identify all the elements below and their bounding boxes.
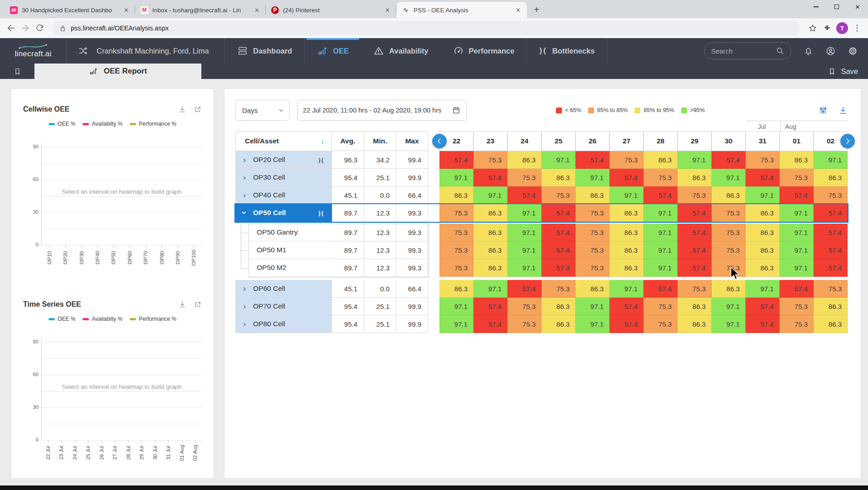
heatmap-cell[interactable]: 75.3 bbox=[780, 315, 814, 333]
browser-tab[interactable]: m30 Handpicked Excellent Dashbo✕ bbox=[5, 2, 135, 18]
heatmap-cell[interactable]: 97.1 bbox=[610, 280, 644, 298]
heatmap-cell[interactable]: 57.4 bbox=[814, 204, 848, 222]
date-column-header[interactable]: 29 bbox=[678, 131, 712, 151]
tab-close-icon[interactable]: ✕ bbox=[123, 7, 130, 14]
chart-plot-area[interactable]: Select an interval on heatmap to build g… bbox=[41, 143, 202, 245]
scroll-right-button[interactable] bbox=[840, 134, 855, 148]
heatmap-cell[interactable]: 57.4 bbox=[746, 298, 780, 315]
heatmap-cell[interactable]: 75.3 bbox=[644, 169, 678, 186]
heatmap-cell[interactable]: 57.4 bbox=[814, 259, 848, 277]
heatmap-cell[interactable]: 97.1 bbox=[712, 298, 746, 315]
filter-sliders-icon[interactable] bbox=[818, 105, 828, 115]
heatmap-cell[interactable]: 97.1 bbox=[746, 280, 780, 298]
heatmap-cell[interactable]: 75.3 bbox=[439, 259, 473, 277]
chevron-right-icon[interactable]: › bbox=[236, 172, 253, 182]
browser-tab[interactable]: P(24) Pinterest✕ bbox=[266, 2, 396, 18]
heatmap-cell[interactable]: 57.4 bbox=[439, 151, 473, 169]
row-name-cell[interactable]: OP50 M1 bbox=[249, 241, 332, 259]
heatmap-cell[interactable]: 86.3 bbox=[473, 241, 507, 259]
search-input[interactable]: Search bbox=[704, 42, 791, 59]
heatmap-cell[interactable]: 97.1 bbox=[439, 315, 473, 333]
heatmap-cell[interactable]: 57.4 bbox=[814, 224, 848, 241]
heatmap-cell[interactable]: 86.3 bbox=[541, 169, 575, 186]
heatmap-cell[interactable]: 86.3 bbox=[746, 259, 780, 277]
heatmap-cell[interactable]: 86.3 bbox=[814, 298, 848, 315]
heatmap-cell[interactable]: 86.3 bbox=[610, 259, 644, 277]
heatmap-cell[interactable]: 86.3 bbox=[541, 298, 575, 315]
heatmap-cell[interactable]: 75.3 bbox=[575, 241, 610, 259]
heatmap-cell[interactable]: 75.3 bbox=[541, 186, 575, 204]
maximize-button[interactable] bbox=[826, 0, 847, 14]
heatmap-cell[interactable]: 75.3 bbox=[814, 280, 848, 298]
chevron-right-icon[interactable]: › bbox=[236, 284, 253, 294]
download-icon[interactable] bbox=[178, 300, 186, 309]
heatmap-cell[interactable]: 97.1 bbox=[541, 151, 575, 169]
date-column-header[interactable]: 25 bbox=[541, 131, 575, 151]
heatmap-cell[interactable]: 75.3 bbox=[575, 224, 610, 241]
bookmark-list-button[interactable] bbox=[0, 64, 34, 79]
settings-gear-icon[interactable] bbox=[848, 46, 858, 56]
heatmap-cell[interactable]: 86.3 bbox=[746, 241, 780, 259]
nav-item-performance[interactable]: Performance bbox=[441, 38, 527, 64]
heatmap-cell[interactable]: 57.4 bbox=[712, 151, 746, 169]
heatmap-cell[interactable]: 75.3 bbox=[439, 204, 473, 222]
heatmap-cell[interactable]: 86.3 bbox=[507, 151, 541, 169]
chevron-right-icon[interactable]: › bbox=[236, 190, 253, 200]
row-name-cell[interactable]: ›OP30 Cell bbox=[235, 169, 332, 186]
scroll-left-button[interactable] bbox=[432, 134, 447, 148]
heatmap-cell[interactable]: 97.1 bbox=[575, 315, 610, 333]
heatmap-cell[interactable]: 75.3 bbox=[541, 280, 575, 298]
heatmap-cell[interactable]: 97.1 bbox=[780, 241, 814, 259]
date-column-header[interactable]: 23 bbox=[473, 131, 507, 151]
heatmap-cell[interactable]: 86.3 bbox=[746, 204, 780, 222]
bookmark-star-icon[interactable] bbox=[807, 23, 818, 34]
forward-icon[interactable] bbox=[20, 23, 31, 34]
heatmap-cell[interactable]: 97.1 bbox=[746, 186, 780, 204]
heatmap-cell[interactable]: 57.4 bbox=[473, 169, 507, 186]
heatmap-cell[interactable]: 75.3 bbox=[575, 204, 610, 222]
heatmap-cell[interactable]: 57.4 bbox=[610, 315, 644, 333]
extensions-icon[interactable] bbox=[822, 23, 833, 34]
heatmap-cell[interactable]: 57.4 bbox=[678, 204, 712, 222]
heatmap-cell[interactable]: 86.3 bbox=[678, 315, 712, 333]
tab-close-icon[interactable]: ✕ bbox=[515, 7, 522, 14]
chart-plot-area[interactable]: Select an interval on heatmap to build g… bbox=[41, 338, 202, 441]
heatmap-cell[interactable]: 57.4 bbox=[780, 186, 814, 204]
heatmap-cell[interactable]: 86.3 bbox=[439, 186, 473, 204]
tab-oee-report[interactable]: OEE Report bbox=[34, 64, 201, 79]
heatmap-cell[interactable]: 97.1 bbox=[780, 204, 814, 222]
column-header-avg[interactable]: Avg. bbox=[332, 131, 364, 151]
heatmap-cell[interactable]: 86.3 bbox=[644, 151, 678, 169]
heatmap-cell[interactable]: 57.4 bbox=[644, 280, 678, 298]
heatmap-cell[interactable]: 86.3 bbox=[678, 169, 712, 186]
avatar[interactable]: T bbox=[836, 22, 848, 34]
heatmap-cell[interactable]: 75.3 bbox=[780, 169, 814, 186]
heatmap-cell[interactable]: 97.1 bbox=[575, 298, 610, 315]
sort-descending-icon[interactable]: ↓ bbox=[321, 137, 332, 145]
heatmap-cell[interactable]: 86.3 bbox=[780, 151, 814, 169]
row-name-cell[interactable]: ›OP80 Cell bbox=[235, 315, 332, 333]
heatmap-cell[interactable]: 75.3 bbox=[678, 186, 712, 204]
heatmap-cell[interactable]: 97.1 bbox=[507, 259, 541, 277]
notifications-bell-icon[interactable] bbox=[803, 46, 814, 56]
heatmap-cell[interactable]: 57.4 bbox=[541, 241, 575, 259]
heatmap-cell[interactable]: 57.4 bbox=[678, 259, 712, 277]
heatmap-cell[interactable]: 57.4 bbox=[473, 315, 507, 333]
heatmap-cell[interactable]: 97.1 bbox=[610, 186, 644, 204]
heatmap-cell[interactable]: 75.3 bbox=[575, 259, 610, 277]
nav-item-availability[interactable]: Availability bbox=[361, 38, 441, 64]
date-column-header[interactable]: 01 bbox=[780, 131, 814, 151]
row-name-cell[interactable]: ›OP40 Cell bbox=[235, 186, 332, 204]
heatmap-cell[interactable]: 97.1 bbox=[439, 169, 473, 186]
heatmap-cell[interactable]: 75.3 bbox=[712, 259, 746, 277]
heatmap-cell[interactable]: 75.3 bbox=[780, 298, 814, 315]
heatmap-cell[interactable]: 57.4 bbox=[678, 241, 712, 259]
heatmap-cell[interactable]: 86.3 bbox=[439, 280, 473, 298]
date-range-input[interactable]: 22 Jul 2020, 11:00 hrs - 02 Aug 2020, 19… bbox=[297, 100, 467, 121]
heatmap-cell[interactable]: 57.4 bbox=[541, 224, 575, 241]
heatmap-cell[interactable]: 86.3 bbox=[814, 315, 848, 333]
column-header-min[interactable]: Min. bbox=[364, 131, 396, 151]
date-column-header[interactable]: 26 bbox=[575, 131, 610, 151]
heatmap-cell[interactable]: 97.1 bbox=[507, 224, 541, 241]
new-tab-button[interactable]: + bbox=[530, 3, 543, 16]
